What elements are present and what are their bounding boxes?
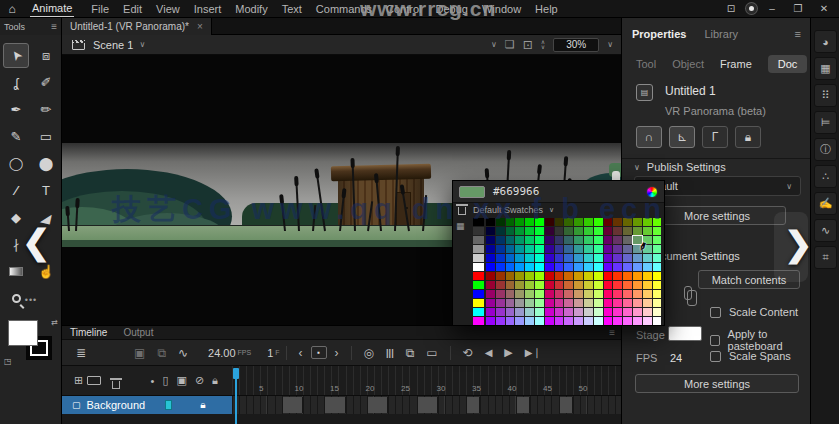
tab-properties[interactable]: Properties xyxy=(632,28,686,40)
swatch-00FF33[interactable] xyxy=(535,227,544,235)
swatch-66CC33[interactable] xyxy=(643,227,652,235)
swatch-009999[interactable] xyxy=(515,245,524,253)
camera-icon[interactable]: ▣ xyxy=(128,346,151,360)
swatch-CC6600[interactable] xyxy=(564,272,573,280)
apply-pasteboard-checkbox[interactable] xyxy=(710,335,720,346)
subtab-frame[interactable]: Frame xyxy=(720,58,752,70)
swatch-CC66CC[interactable] xyxy=(564,308,573,316)
swatch-0066CC[interactable] xyxy=(506,254,515,262)
swatch-663366[interactable] xyxy=(613,236,622,244)
swatch-FFFF99[interactable] xyxy=(653,299,662,307)
swatch-FFCC00[interactable] xyxy=(643,272,652,280)
swatch-990066[interactable] xyxy=(486,290,495,298)
swatch-003366[interactable] xyxy=(496,236,505,244)
properties-menu-icon[interactable]: ≡ xyxy=(795,28,801,40)
swatch-CCCC99[interactable] xyxy=(584,299,593,307)
more-tools-button[interactable]: ••• xyxy=(0,295,62,305)
swatch-993399[interactable] xyxy=(496,299,505,307)
history-panel-icon[interactable]: ∿ xyxy=(814,219,837,242)
swatch-3366FF[interactable] xyxy=(564,263,573,271)
collapse-chevron-icon[interactable]: ∨ xyxy=(491,40,497,49)
swatch-993366[interactable] xyxy=(496,290,505,298)
frame-span[interactable] xyxy=(324,397,345,413)
play-button[interactable]: ▶ xyxy=(498,346,518,359)
swatch-33CC99[interactable] xyxy=(584,245,593,253)
swatch-6633CC[interactable] xyxy=(613,254,622,262)
swatch-000033[interactable] xyxy=(486,227,495,235)
new-folder-button[interactable] xyxy=(87,376,101,385)
center-stage-icon[interactable]: ⊡ xyxy=(523,38,533,52)
subtab-tool[interactable]: Tool xyxy=(636,58,656,70)
swatch-663333[interactable] xyxy=(613,227,622,235)
link-dimensions-icon[interactable] xyxy=(684,286,692,300)
zoom-stepper[interactable]: ∧∨ xyxy=(541,40,545,50)
swatch-CC9933[interactable] xyxy=(574,281,583,289)
swatch-99FF00[interactable] xyxy=(535,272,544,280)
swatch-999933[interactable] xyxy=(515,281,524,289)
swatch-FF0099[interactable] xyxy=(604,299,613,307)
frame-span[interactable] xyxy=(466,397,480,413)
swatch-66FF00[interactable] xyxy=(653,218,662,226)
swatch-006600[interactable] xyxy=(506,218,515,226)
swatch-990000[interactable] xyxy=(486,272,495,280)
swatch-33FFFF[interactable] xyxy=(594,263,603,271)
swatch-0000CC[interactable] xyxy=(486,254,495,262)
swatch-663399[interactable] xyxy=(613,245,622,253)
swatch-99CC33[interactable] xyxy=(525,281,534,289)
swatch-660099[interactable] xyxy=(604,245,613,253)
swatch-333333[interactable] xyxy=(555,227,564,235)
publish-settings-header[interactable]: ∨ Publish Settings xyxy=(634,161,726,173)
swatch-000000[interactable] xyxy=(473,218,484,226)
swatch-CCCCFF[interactable] xyxy=(584,317,593,325)
swatch-6600FF[interactable] xyxy=(604,263,613,271)
menu-text[interactable]: Text xyxy=(275,3,309,15)
snap-to-guides-button[interactable]: Γ xyxy=(702,126,728,148)
menu-file[interactable]: File xyxy=(84,3,116,15)
actions-panel-icon[interactable]: ⌗ xyxy=(814,246,837,269)
swatch-009900[interactable] xyxy=(515,218,524,226)
swatch-999966[interactable] xyxy=(515,290,524,298)
swatch-6699FF[interactable] xyxy=(633,263,642,271)
swatch-FF0000[interactable] xyxy=(473,272,484,280)
swatch-33FF33[interactable] xyxy=(594,227,603,235)
swatch-CC9900[interactable] xyxy=(574,272,583,280)
swatch-3300CC[interactable] xyxy=(545,254,554,262)
swatch-66CC00[interactable] xyxy=(643,218,652,226)
step-back-button[interactable]: ◀ xyxy=(479,347,499,358)
swatch-99CCCC[interactable] xyxy=(525,308,534,316)
swatch-CC6633[interactable] xyxy=(564,281,573,289)
swatch-CC3300[interactable] xyxy=(555,272,564,280)
swatch-6666FF[interactable] xyxy=(623,263,632,271)
swatch-9966FF[interactable] xyxy=(506,317,515,325)
swatch-CC6699[interactable] xyxy=(564,299,573,307)
edit-multiple-frames-button[interactable]: ⧉ xyxy=(400,346,421,360)
swatch-9900CC[interactable] xyxy=(486,308,495,316)
swatch-66FF66[interactable] xyxy=(653,236,662,244)
swatch-0033CC[interactable] xyxy=(496,254,505,262)
swatch-330066[interactable] xyxy=(545,236,554,244)
swatch-00FFCC[interactable] xyxy=(535,254,544,262)
overlay-prev-chevron[interactable]: ❮ xyxy=(22,222,51,262)
zoom-level-input[interactable]: 30% xyxy=(553,38,599,52)
swatch-9966CC[interactable] xyxy=(506,308,515,316)
swatch-6666CC[interactable] xyxy=(623,254,632,262)
brush-library-panel-icon[interactable]: ✍ xyxy=(814,192,837,215)
color-panel-icon[interactable]: ◕ xyxy=(814,30,837,53)
layer-frames-strip[interactable] xyxy=(232,396,621,414)
frame-ruler[interactable]: 5101520253035404550 xyxy=(232,366,621,396)
rectangle-tool[interactable]: ▭ xyxy=(33,124,59,149)
swatch-33FF66[interactable] xyxy=(594,236,603,244)
swatch-996666[interactable] xyxy=(506,290,515,298)
swatch-336699[interactable] xyxy=(564,245,573,253)
swatch-993333[interactable] xyxy=(496,281,505,289)
selection-tool[interactable]: ➤ xyxy=(3,43,29,68)
swatch-0099FF[interactable] xyxy=(515,263,524,271)
swatch-330099[interactable] xyxy=(545,245,554,253)
overlay-next-chevron[interactable]: ❯ xyxy=(784,224,813,264)
swatch-006699[interactable] xyxy=(506,245,515,253)
new-layer-button[interactable]: ⊞ xyxy=(70,374,87,387)
layer-row-background[interactable]: ▢ Background 🔒︎ xyxy=(62,396,621,414)
prev-keyframe-button[interactable]: ‹ xyxy=(293,346,309,360)
swatch-333366[interactable] xyxy=(555,236,564,244)
swatch-FF9999[interactable] xyxy=(633,299,642,307)
